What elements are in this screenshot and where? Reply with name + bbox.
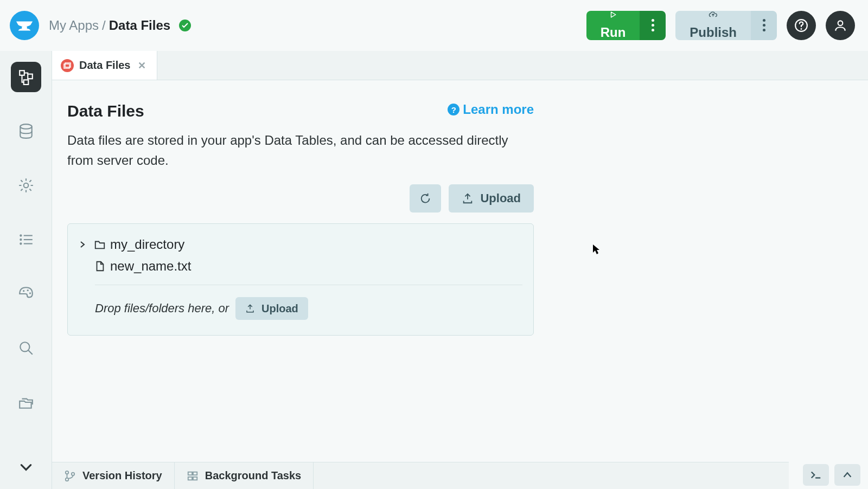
sync-ok-badge	[179, 20, 191, 31]
svg-rect-4	[28, 74, 33, 79]
panel-actions: Upload	[67, 184, 534, 213]
sidebar-collapse[interactable]	[11, 452, 41, 482]
panel-title: Data Files	[67, 102, 144, 120]
svg-point-14	[20, 342, 29, 351]
publish-button-group: Publish	[675, 11, 777, 40]
breadcrumb-root[interactable]: My Apps	[49, 18, 99, 33]
upload-inline-label: Upload	[261, 303, 298, 315]
tab-strip: Data Files ✕	[52, 51, 868, 80]
data-files-tab-icon	[61, 59, 74, 72]
chevron-down-icon	[19, 462, 33, 472]
tab-label: Data Files	[79, 59, 130, 72]
file-name: new_name.txt	[110, 259, 191, 274]
learn-more-link[interactable]: ? Learn more	[448, 102, 534, 117]
publish-more-button[interactable]	[751, 11, 777, 40]
run-button[interactable]: Run	[586, 11, 640, 40]
question-icon: ?	[448, 104, 459, 115]
sidebar-item-files[interactable]	[11, 387, 41, 417]
app-logo[interactable]	[10, 11, 39, 40]
svg-rect-22	[188, 477, 192, 480]
svg-rect-5	[23, 80, 28, 85]
bottom-tab-version-history[interactable]: Version History	[52, 462, 175, 489]
sidebar-item-theme[interactable]	[11, 279, 41, 309]
anvil-icon	[15, 19, 34, 32]
run-button-label: Run	[601, 25, 626, 40]
chevron-right-icon	[79, 241, 86, 248]
learn-more-label: Learn more	[463, 102, 534, 117]
svg-point-11	[23, 290, 24, 292]
svg-point-2	[838, 21, 843, 25]
svg-point-17	[66, 471, 69, 474]
svg-point-18	[66, 478, 69, 481]
chevron-up-icon	[841, 470, 853, 480]
breadcrumb: My Apps / Data Files	[49, 18, 191, 33]
upload-button-label: Upload	[480, 191, 521, 205]
tree-icon	[18, 69, 34, 85]
sidebar-item-search[interactable]	[11, 333, 41, 363]
panel-description: Data files are stored in your app's Data…	[67, 130, 512, 170]
check-icon	[182, 23, 188, 28]
database-icon	[18, 123, 34, 139]
help-button[interactable]	[787, 11, 816, 40]
run-more-button[interactable]	[640, 11, 666, 40]
svg-point-19	[72, 472, 75, 475]
drop-row: Drop files/folders here, or Upload	[79, 297, 522, 320]
terminal-icon	[810, 470, 822, 480]
expand-toggle[interactable]	[79, 241, 90, 248]
tasks-icon	[187, 470, 199, 482]
background-tasks-label: Background Tasks	[205, 469, 301, 482]
version-history-label: Version History	[82, 469, 162, 482]
list-icon	[18, 231, 34, 248]
file-icon	[94, 260, 106, 272]
expand-panel-button[interactable]	[834, 464, 860, 486]
sidebar-item-app-browser[interactable]	[11, 62, 41, 92]
bottom-bar: Version History Background Tasks	[52, 462, 789, 489]
sidebar-item-settings[interactable]	[11, 170, 41, 201]
publish-button[interactable]: Publish	[675, 11, 751, 40]
play-icon	[609, 11, 617, 18]
svg-point-1	[801, 28, 802, 30]
upload-icon	[245, 304, 255, 313]
svg-point-12	[27, 289, 28, 291]
tab-data-files[interactable]: Data Files ✕	[52, 51, 157, 80]
vertical-dots-icon	[652, 19, 654, 31]
svg-rect-3	[20, 70, 24, 75]
account-button[interactable]	[826, 11, 855, 40]
bottom-tab-background-tasks[interactable]: Background Tasks	[175, 462, 314, 489]
palette-icon	[18, 286, 34, 302]
search-icon	[18, 340, 34, 356]
svg-rect-21	[193, 472, 197, 475]
directory-row[interactable]: my_directory	[79, 234, 522, 255]
tab-close-button[interactable]: ✕	[136, 60, 148, 72]
cursor-icon	[592, 244, 600, 255]
branch-icon	[64, 470, 76, 482]
svg-point-6	[20, 124, 31, 129]
refresh-button[interactable]	[410, 184, 441, 213]
sidebar-item-outline[interactable]	[11, 224, 41, 255]
upload-inline-button[interactable]: Upload	[235, 297, 308, 320]
top-bar: My Apps / Data Files Run Publish	[0, 0, 868, 51]
breadcrumb-current: Data Files	[109, 18, 170, 33]
svg-point-10	[20, 242, 22, 244]
run-button-group: Run	[586, 11, 666, 40]
drop-hint: Drop files/folders here, or	[95, 301, 229, 316]
file-row[interactable]: new_name.txt	[79, 255, 522, 277]
sidebar	[0, 51, 52, 489]
svg-point-13	[29, 292, 30, 294]
directory-name: my_directory	[110, 237, 184, 252]
publish-button-label: Publish	[690, 25, 737, 40]
upload-button[interactable]: Upload	[449, 184, 534, 213]
main-area: Data Files ✕ Data Files ? Learn more Dat…	[52, 51, 868, 489]
content-area: Data Files ? Learn more Data files are s…	[52, 80, 868, 489]
svg-point-7	[23, 183, 28, 188]
refresh-icon	[419, 192, 431, 204]
console-button[interactable]	[803, 464, 829, 486]
help-icon	[794, 18, 808, 33]
sidebar-item-data[interactable]	[11, 116, 41, 146]
vertical-dots-icon	[763, 19, 765, 31]
folder-icon	[94, 239, 106, 250]
svg-rect-20	[188, 472, 192, 475]
data-files-panel: Data Files ? Learn more Data files are s…	[67, 102, 534, 489]
cloud-upload-icon	[709, 11, 718, 18]
gear-icon	[18, 177, 34, 194]
